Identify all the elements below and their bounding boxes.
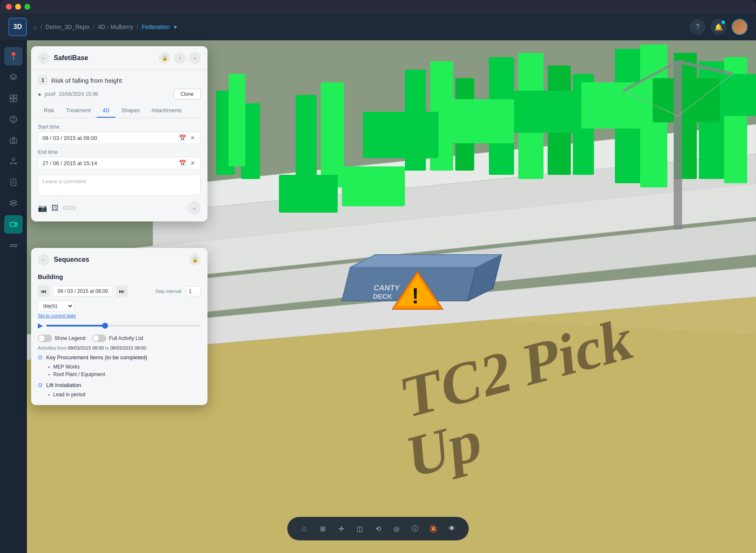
meta-row: ● jozef 10/06/2024 15:36 Clone bbox=[38, 89, 201, 100]
timeline-slider[interactable] bbox=[46, 325, 201, 327]
end-time-label: End time bbox=[38, 149, 201, 155]
sidebar-item-layers[interactable] bbox=[4, 68, 23, 87]
risk-title-input[interactable] bbox=[51, 77, 201, 84]
activities-range-label: Activities from 08/03/2015 08:00 to 08/0… bbox=[31, 344, 207, 352]
activity-group-2-header[interactable]: ⊙ Lift Installation bbox=[38, 382, 201, 388]
end-time-input-row[interactable]: 27 / 06 / 2015 at 15:14 📅 ✕ bbox=[38, 157, 201, 169]
safeti-panel: ← SafetiBase 🔒 ‹ › 1 ● jozef 10/06/2024 … bbox=[31, 46, 207, 221]
activity-item-1: ● MEP Works bbox=[38, 363, 201, 371]
skip-back-button[interactable]: ⏮ bbox=[38, 285, 50, 297]
image-attach-icon[interactable]: 🖼 bbox=[51, 204, 59, 213]
tab-risk[interactable]: Risk bbox=[38, 104, 60, 118]
sequences-lock-button[interactable]: 🔒 bbox=[189, 254, 201, 266]
window-chrome bbox=[0, 0, 756, 13]
toggle-row: Show Legend Full Activity List bbox=[31, 333, 207, 344]
clone-button[interactable]: Clone bbox=[173, 89, 201, 100]
show-legend-label: Show Legend bbox=[55, 335, 85, 341]
sidebar-item-video[interactable] bbox=[4, 215, 23, 234]
close-button[interactable] bbox=[6, 4, 12, 10]
bottom-toolbar: ⌂ ⊞ ✛ ◫ ⟲ ◎ ⓘ 🔕 👁 bbox=[287, 517, 469, 540]
risk-title-row: 1 bbox=[38, 75, 201, 85]
step-unit-select[interactable]: day(s) week(s) month(s) bbox=[38, 300, 74, 311]
svg-rect-4 bbox=[14, 99, 17, 102]
activity-item-3: ● Lead in period bbox=[38, 391, 201, 398]
start-time-label: Start time bbox=[38, 124, 201, 130]
start-time-calendar-icon[interactable]: 📅 bbox=[178, 134, 187, 141]
safeti-lock-button[interactable]: 🔒 bbox=[159, 52, 171, 64]
notifications-button[interactable]: 🔔 bbox=[711, 19, 727, 35]
tab-4d[interactable]: 4D bbox=[97, 104, 116, 118]
show-legend-toggle[interactable] bbox=[38, 334, 52, 342]
bottom-crosshair-button[interactable]: ✛ bbox=[333, 520, 349, 537]
chevron-down-icon-2: ⊙ bbox=[38, 382, 43, 388]
tab-treatment[interactable]: Treatment bbox=[60, 104, 97, 118]
safeti-panel-body: 1 ● jozef 10/06/2024 15:36 Clone Risk Tr… bbox=[31, 70, 207, 221]
meta-user: jozef bbox=[45, 91, 55, 97]
sidebar-item-person[interactable] bbox=[4, 152, 23, 171]
activity-item-3-label: Lead in period bbox=[53, 392, 85, 398]
skip-forward-button[interactable]: ⏭ bbox=[116, 285, 128, 297]
sidebar-item-stacks[interactable] bbox=[4, 194, 23, 213]
full-activity-toggle[interactable] bbox=[92, 334, 106, 342]
comment-area[interactable]: Leave a comment bbox=[38, 174, 201, 195]
start-time-clear-icon[interactable]: ✕ bbox=[189, 134, 196, 141]
full-activity-toggle-group: Full Activity List bbox=[92, 334, 143, 342]
federation-dropdown-icon[interactable]: ▾ bbox=[174, 24, 177, 30]
maximize-button[interactable] bbox=[24, 4, 30, 10]
breadcrumb-repo[interactable]: Demo_3D_Repo bbox=[45, 24, 89, 30]
svg-marker-19 bbox=[15, 223, 17, 226]
svg-rect-55 bbox=[581, 82, 653, 129]
bottom-target-button[interactable]: ◎ bbox=[388, 520, 405, 537]
topbar: 3D ⌂ / Demo_3D_Repo / 4D - Mulberry / Fe… bbox=[0, 13, 756, 40]
play-button[interactable]: ▶ bbox=[38, 321, 43, 329]
activity-item-2: ● Roof Plant / Equipment bbox=[38, 371, 201, 378]
set-to-current-date-link[interactable]: Set to current date bbox=[31, 313, 207, 318]
svg-point-9 bbox=[12, 158, 15, 161]
bottom-info-button[interactable]: ⓘ bbox=[407, 520, 423, 537]
svg-rect-57 bbox=[720, 74, 756, 116]
app-logo: 3D bbox=[8, 18, 27, 36]
svg-text:!: ! bbox=[412, 284, 419, 308]
sidebar-item-location[interactable]: 📍 bbox=[4, 47, 23, 66]
safeti-panel-header: ← SafetiBase 🔒 ‹ › bbox=[31, 46, 207, 70]
sidebar-item-document[interactable] bbox=[4, 173, 23, 192]
safeti-back-button[interactable]: ← bbox=[38, 52, 50, 64]
meta-date: 10/06/2024 15:36 bbox=[59, 91, 98, 97]
help-button[interactable]: ? bbox=[690, 19, 706, 35]
bottom-section-button[interactable]: ◫ bbox=[351, 520, 368, 537]
activity-group-1-header[interactable]: ⊙ Key Procurement Items (to be completed… bbox=[38, 354, 201, 361]
safeti-next-button[interactable]: › bbox=[189, 52, 201, 64]
user-avatar[interactable] bbox=[732, 19, 748, 35]
activity-item-1-label: MEP Works bbox=[53, 364, 80, 370]
breadcrumb-project[interactable]: 4D - Mulberry bbox=[98, 24, 134, 30]
char-count: 0/220 bbox=[63, 205, 76, 211]
bottom-reset-button[interactable]: ⟲ bbox=[370, 520, 386, 537]
bottom-home-button[interactable]: ⌂ bbox=[296, 520, 312, 537]
camera-attach-icon[interactable]: 📷 bbox=[38, 203, 47, 213]
step-interval-input[interactable] bbox=[186, 286, 201, 296]
slider-thumb bbox=[102, 323, 108, 329]
safeti-prev-button[interactable]: ‹ bbox=[174, 52, 186, 64]
start-time-input-row[interactable]: 08 / 03 / 2015 at 08:00 📅 ✕ bbox=[38, 132, 201, 144]
home-icon[interactable]: ⌂ bbox=[34, 24, 37, 30]
sidebar-item-grid[interactable] bbox=[4, 89, 23, 108]
end-time-clear-icon[interactable]: ✕ bbox=[189, 160, 196, 166]
tab-shapes[interactable]: Shapes bbox=[116, 104, 146, 118]
bottom-mute-button[interactable]: 🔕 bbox=[425, 520, 442, 537]
sidebar-item-ruler[interactable] bbox=[4, 236, 23, 255]
tab-attachments[interactable]: Attachments bbox=[146, 104, 188, 118]
sequences-back-button[interactable]: ← bbox=[38, 254, 50, 266]
sidebar-item-ball[interactable] bbox=[4, 110, 23, 129]
svg-rect-54 bbox=[514, 91, 581, 133]
comment-placeholder: Leave a comment bbox=[42, 178, 86, 184]
breadcrumb-sep-1: / bbox=[40, 24, 42, 30]
end-time-calendar-icon[interactable]: 📅 bbox=[178, 160, 187, 166]
bottom-grid-button[interactable]: ⊞ bbox=[314, 520, 331, 537]
notification-badge bbox=[722, 21, 725, 24]
sidebar-item-camera[interactable] bbox=[4, 131, 23, 150]
submit-button[interactable]: → bbox=[187, 201, 201, 215]
breadcrumb-federation[interactable]: Federation bbox=[142, 24, 170, 30]
bottom-visibility-button[interactable]: 👁 bbox=[444, 520, 460, 537]
svg-rect-2 bbox=[14, 95, 17, 98]
minimize-button[interactable] bbox=[15, 4, 21, 10]
